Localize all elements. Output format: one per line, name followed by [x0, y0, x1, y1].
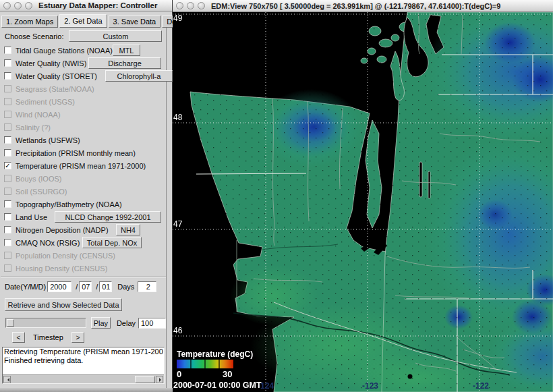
controller-titlebar[interactable]: Estuary Data Mapper: Controller: [0, 0, 172, 11]
timestep-label: Timestep: [33, 333, 63, 341]
status-scrollbar[interactable]: [3, 374, 164, 383]
close-icon[interactable]: [3, 2, 11, 9]
layer-label: Housing Density (CENSUS): [16, 264, 107, 273]
layer-row-wind: Wind (NOAA): [1, 108, 166, 121]
layer-row-soil: Soil (SSURGO): [1, 185, 166, 198]
checkbox: [4, 98, 11, 105]
checkbox[interactable]: [4, 200, 11, 208]
checkbox[interactable]: [4, 72, 11, 80]
checkbox[interactable]: [4, 239, 11, 246]
status-line: Finished retrieving data.: [3, 356, 164, 365]
map-title: EDM:View 750x750 [ 3.50000deg = 263.991k…: [211, 2, 500, 10]
checkbox[interactable]: [4, 47, 11, 54]
days-field[interactable]: [138, 281, 156, 292]
layer-row-temperature: ✓ Temperature (PRISM mean 1971-2000): [1, 159, 166, 172]
screen: Estuary Data Mapper: Controller 1. Zoom …: [0, 0, 553, 392]
step-forward-button[interactable]: >: [71, 332, 84, 343]
legend-title: Temperature (degC): [177, 349, 253, 359]
layer-label: Nitrogen Deposition (NADP): [16, 226, 109, 234]
scroll-left-icon[interactable]: [3, 376, 11, 383]
minimize-icon[interactable]: [14, 2, 22, 9]
layer-row-nitrogen: Nitrogen Deposition (NADP) NH4: [1, 223, 166, 236]
checkbox: [4, 111, 11, 118]
layer-label: Land Use: [16, 213, 47, 221]
timestep-slider[interactable]: [5, 318, 86, 328]
month-field[interactable]: [79, 281, 92, 292]
date-label: Date(Y/M/D): [5, 283, 46, 291]
checkbox-checked[interactable]: ✓: [4, 162, 11, 169]
checkbox[interactable]: [4, 213, 11, 221]
map-window: EDM:View 750x750 [ 3.50000deg = 263.991k…: [173, 0, 553, 392]
status-log[interactable]: Retrieving Temperature (PRISM mean 1971-…: [2, 347, 165, 384]
layer-label: Bouys (IOOS): [16, 175, 61, 183]
layer-label: Water Quality (STORET): [16, 72, 97, 80]
layer-label: Wetlands (USFWS): [16, 136, 80, 144]
terrain-speckle: [173, 12, 553, 392]
checkbox: [4, 188, 11, 195]
window-bottom-edge: [0, 388, 173, 392]
mtl-button[interactable]: MTL: [113, 45, 140, 56]
checkbox[interactable]: [4, 59, 11, 67]
map-timestamp: 2000-07-01 00:00 GMT: [173, 381, 262, 390]
layer-label: CMAQ NOx (RSIG): [16, 239, 80, 247]
scroll-right-icon[interactable]: [156, 376, 163, 383]
layer-label: Seagrass (State/NOAA): [16, 85, 94, 93]
tab-save-data[interactable]: 3. Save Data: [109, 16, 161, 28]
scenario-button[interactable]: Custom: [69, 30, 162, 42]
layer-label: Population Density (CENSUS): [16, 252, 115, 260]
status-line: Retrieving Temperature (PRISM mean 1971-…: [3, 347, 164, 356]
slider-handle[interactable]: [7, 319, 14, 327]
layer-row-wetlands: Wetlands (USFWS): [1, 134, 166, 146]
controller-title: Estuary Data Mapper: Controller: [38, 1, 157, 9]
layer-row-wq-nwis: Water Quality (NWIS) Discharge: [1, 57, 166, 69]
tab-get-data[interactable]: 2. Get Data: [59, 14, 107, 28]
retrieve-button[interactable]: Retrieve and Show Selected Data: [5, 298, 122, 311]
layer-label: Sediment (USGS): [16, 98, 75, 106]
date-separator: /: [76, 283, 78, 291]
checkbox: [4, 175, 11, 182]
play-button[interactable]: Play: [91, 317, 111, 329]
legend-max: 30: [223, 369, 232, 379]
delay-field[interactable]: [138, 318, 166, 329]
layer-row-seagrass: Seagrass (State/NOAA): [1, 82, 166, 95]
step-back-button[interactable]: <: [12, 332, 25, 343]
layer-row-wq-storet: Water Quality (STORET) Chlorophyll-a: [1, 69, 166, 82]
chlorophyll-button[interactable]: Chlorophyll-a: [105, 70, 173, 82]
total-dep-nox-button[interactable]: Total Dep. NOx: [82, 237, 142, 248]
layer-label: Temperature (PRISM mean 1971-2000): [16, 162, 146, 170]
zoom-icon[interactable]: [198, 2, 205, 9]
minimize-icon[interactable]: [187, 2, 194, 9]
layer-row-topography: Topography/Bathymetry (NOAA): [1, 198, 166, 211]
lat-label-48: 48: [173, 113, 183, 122]
layer-label: Tidal Gauge Stations (NOAA): [16, 47, 113, 55]
controller-window: Estuary Data Mapper: Controller 1. Zoom …: [0, 0, 173, 392]
zoom-icon[interactable]: [25, 2, 32, 9]
day-field[interactable]: [99, 281, 112, 292]
layer-row-landuse: Land Use NLCD Change 1992-2001: [1, 211, 166, 223]
checkbox: [4, 123, 11, 131]
year-field[interactable]: [47, 281, 71, 292]
lat-label-47: 47: [173, 219, 183, 229]
layer-row-cmaq: CMAQ NOx (RSIG) Total Dep. NOx: [1, 236, 166, 249]
map-titlebar[interactable]: EDM:View 750x750 [ 3.50000deg = 263.991k…: [173, 0, 553, 12]
scrollbar-thumb[interactable]: [135, 376, 155, 383]
layer-row-salinity: Salinity (?): [1, 121, 166, 134]
layer-list: Tidal Gauge Stations (NOAA) MTL Water Qu…: [1, 44, 166, 275]
layer-row-population: Population Density (CENSUS): [1, 249, 166, 262]
nlcd-button[interactable]: NLCD Change 1992-2001: [55, 211, 161, 223]
checkbox[interactable]: [4, 136, 11, 144]
checkbox[interactable]: [4, 226, 11, 233]
close-icon[interactable]: [176, 2, 183, 9]
checkbox: [4, 85, 11, 92]
discharge-button[interactable]: Discharge: [88, 57, 161, 69]
checkbox[interactable]: [4, 149, 11, 157]
layer-label: Wind (NOAA): [16, 111, 61, 119]
map-canvas[interactable]: 49 48 47 46 -124 -123 -122 Temperature (…: [173, 12, 553, 392]
tab-zoom-maps[interactable]: 1. Zoom Maps: [1, 16, 58, 28]
layer-row-sediment: Sediment (USGS): [1, 95, 166, 108]
layer-label: Water Quality (NWIS): [16, 59, 86, 67]
controller-content: Choose Scenario: Custom Tidal Gauge Stat…: [1, 28, 167, 392]
nh4-button[interactable]: NH4: [116, 224, 140, 235]
layer-label: Precipitation (PRISM monthly mean): [16, 149, 136, 157]
layer-label: Salinity (?): [16, 123, 51, 132]
